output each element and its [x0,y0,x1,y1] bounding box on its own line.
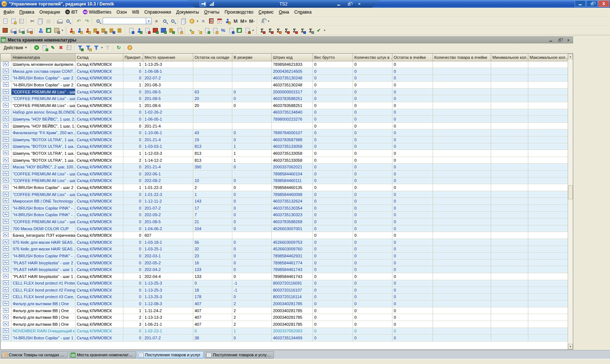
memory-subtract-icon[interactable]: M- [248,17,255,25]
menu-item-wb[interactable]: WB [130,8,142,16]
table-row[interactable]: NOVEMBER RAIN Очищающий к…Склад КЛИМОВСК… [1,328,568,335]
cell-min[interactable] [491,82,528,89]
cell-wh[interactable]: Склад КЛИМОВСК [75,68,123,75]
cell-cellstock[interactable]: 0 [392,61,433,68]
cell-stock[interactable] [193,61,232,68]
cell-pieces[interactable]: 0 [353,259,392,266]
cell-code[interactable]: 2000337062083 [271,328,313,335]
cell-min[interactable] [491,253,528,260]
cell-max[interactable] [528,259,568,266]
cell-code[interactable]: 4603783588251 [271,95,313,102]
table-row[interactable]: "H-BRUSH Botox Capilar" - шаг 2 …Склад К… [1,75,568,82]
cell-code[interactable] [271,122,313,129]
cell-max[interactable] [528,122,568,129]
cell-min[interactable] [491,232,528,239]
cell-pieces[interactable]: 0 [353,273,392,280]
cell-name[interactable]: Микроскоп ВВ | ONE Technology … [11,198,75,205]
cell-min[interactable] [491,314,528,321]
cell-min[interactable] [491,246,528,253]
cell-max[interactable] [528,232,568,239]
goods-receipt-icon[interactable] [152,27,159,34]
cell-icon[interactable] [1,300,11,307]
cell-stock[interactable]: 2 [193,184,232,191]
column-header-min[interactable]: Минимальное кол… [491,54,528,61]
cell-min[interactable] [491,184,528,191]
cell-code[interactable]: 7898584461743 [271,266,313,273]
coins-transfer-icon[interactable] [168,27,175,34]
scrollbar-thumb[interactable] [568,185,573,199]
find-previous-icon[interactable] [169,17,176,25]
cell-code[interactable]: 2000340281785 [271,307,313,314]
cell-name[interactable]: NOVEMBER RAIN Очищающий к… [11,328,75,335]
handshake-document-icon[interactable] [244,27,251,34]
menu-item-ibt[interactable]: ↻iBT [63,8,80,16]
cell-name[interactable]: "COFFEE PREMIUM All Liss" - шаг… [11,102,75,109]
table-row[interactable]: 976 Кейс для маски HAIR SEAS…Склад КЛИМО… [1,246,568,253]
cell-icon[interactable] [1,259,11,266]
cell-max[interactable] [528,204,568,211]
cell-stock[interactable] [193,82,232,89]
cell-code[interactable]: 7898584462931 [271,253,313,260]
cell-loc[interactable]: 1-13-25-3 [143,61,193,68]
cell-max[interactable] [528,239,568,246]
cell-code[interactable]: 2000337062021 [271,164,313,171]
cell-stock[interactable]: 813 [193,157,232,164]
cell-cellqty[interactable] [433,75,491,82]
cell-cellstock[interactable]: 0 [392,198,433,205]
cell-icon[interactable] [1,328,11,335]
cell-icon[interactable] [1,82,11,89]
cell-icon[interactable] [1,273,11,280]
cell-icon[interactable] [1,321,11,328]
menu-item-wildberries[interactable]: WBWildBerries [80,8,114,16]
cash-income-icon[interactable] [92,27,99,34]
report-mutual-settlements-icon[interactable]: Σ [275,27,282,34]
cell-code[interactable]: 7898584621833 [271,61,313,68]
cell-icon[interactable] [1,314,11,321]
cell-max[interactable] [528,177,568,184]
cell-min[interactable] [491,102,528,109]
cell-res[interactable] [232,61,271,68]
refresh-list-icon[interactable]: ↻ [115,44,123,51]
cell-loc[interactable]: 1-01-22-3 [143,191,193,198]
cell-wh[interactable]: Склад КЛИМОВСК [75,88,123,95]
table-row[interactable]: Маска "НОУ ВЕЙВС", 2 шаг, 100…Склад КЛИМ… [1,164,568,171]
cell-min[interactable] [491,266,528,273]
cell-res[interactable]: 0 [232,253,271,260]
cell-wh[interactable]: Склад КЛИМОВСК [75,314,123,321]
cell-wh[interactable]: Склад КЛИМОВСК [75,157,123,164]
cell-icon[interactable] [1,184,11,191]
cell-stock[interactable]: 21 [193,218,232,225]
cell-pieces[interactable]: 0 [353,184,392,191]
cell-pieces[interactable]: 0 [353,61,392,68]
cell-res[interactable]: 0 [232,184,271,191]
restore-button[interactable] [586,0,597,7]
cell-gross[interactable]: 0 [313,211,353,218]
cell-res[interactable]: 0 [232,211,271,218]
cell-min[interactable] [491,122,528,129]
cell-res[interactable]: 0 [232,95,271,102]
menu-item-сервис[interactable]: Сервис [256,8,276,16]
table-row[interactable]: Фильтр для вытяжки ВВ | OneСклад КЛИМОВС… [1,314,568,321]
cell-loc[interactable]: 202-09-2 [143,211,193,218]
cell-stock[interactable]: 43 [193,129,232,136]
cell-name[interactable]: "PLAST HAIR bixyplastia" - шаг 2 … [11,259,75,266]
cell-cellstock[interactable]: 0 [392,328,433,335]
cell-pieces[interactable]: 0 [353,157,392,164]
cell-max[interactable] [528,198,568,205]
menu-item-файл[interactable]: Файл [1,8,17,16]
cell-cellqty[interactable] [433,61,491,68]
cell-cellqty[interactable] [433,218,491,225]
cell-pieces[interactable]: 0 [353,232,392,239]
cell-code[interactable]: 4603735134499 [271,335,313,342]
cell-wh[interactable]: Склад КЛИМОВСК [75,321,123,328]
table-row[interactable]: "COFFEE PREMIUM All Liss" - шаг…Склад КЛ… [1,102,568,109]
cell-res[interactable]: 2 [232,300,271,307]
filter-history-dropdown-icon[interactable]: ▾ [101,46,104,49]
cell-name[interactable]: CELL FLEX bond protect #1 Protec… [11,280,75,287]
cell-name[interactable]: "H-BRUSH Botox Capilar" - шаг 2 … [11,82,75,89]
cell-pieces[interactable]: 0 [353,321,392,328]
cell-cellqty[interactable] [433,171,491,178]
column-header-name[interactable]: Номенклатура [11,54,75,61]
cell-name[interactable]: "COFFEE PREMIUM All Liss" - шаг… [11,171,75,178]
cell-wh[interactable]: Склад КЛИМОВСК [75,293,123,300]
